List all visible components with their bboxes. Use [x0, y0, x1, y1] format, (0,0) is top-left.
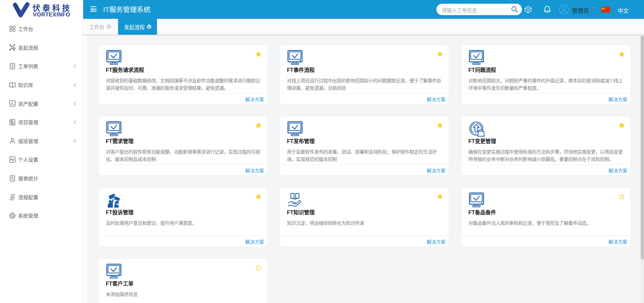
svg-text:VORTEXINFO: VORTEXINFO: [33, 11, 70, 17]
